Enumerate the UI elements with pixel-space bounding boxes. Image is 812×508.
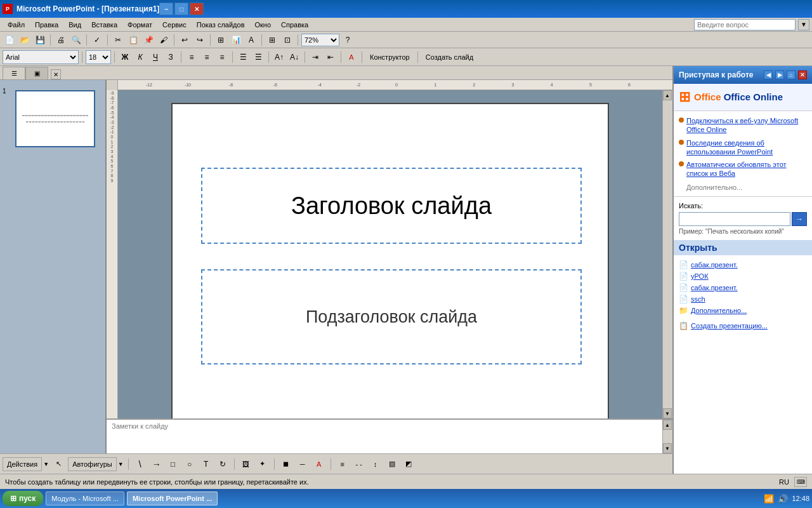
spellcheck-button[interactable]: ✓	[90, 33, 104, 47]
outline-tab[interactable]: ▣	[25, 67, 48, 79]
menu-window[interactable]: Окно	[250, 20, 277, 30]
font-color-button-btm[interactable]: A	[312, 457, 326, 471]
file-link-1[interactable]: сабак.презент.	[691, 261, 738, 269]
line-tool[interactable]: \	[133, 457, 147, 471]
ellipse-tool[interactable]: ○	[183, 457, 197, 471]
save-button[interactable]: 💾	[33, 33, 47, 47]
insert-image-button[interactable]: 🖼	[239, 457, 253, 471]
additional-open-link[interactable]: Дополнительно...	[691, 307, 747, 314]
slides-tab[interactable]: ☰	[3, 67, 25, 79]
align-center-button[interactable]: ≡	[200, 50, 214, 64]
fill-color-button[interactable]: ◼	[279, 457, 293, 471]
shadow-button[interactable]: ▧	[385, 457, 399, 471]
menu-view[interactable]: Вид	[63, 20, 86, 30]
menu-insert[interactable]: Вставка	[86, 20, 122, 30]
close-button[interactable]: ✕	[190, 3, 204, 15]
rotate-tool[interactable]: ↻	[216, 457, 230, 471]
slide-view[interactable]: Заголовок слайда Подзаголовок слайда	[118, 90, 662, 418]
notes-input[interactable]	[107, 420, 662, 453]
panel-forward-button[interactable]: ▶	[775, 70, 784, 79]
minimize-button[interactable]: –	[159, 3, 173, 15]
italic-button[interactable]: К	[133, 50, 147, 64]
format-painter[interactable]: 🖌	[157, 33, 171, 47]
redo-button[interactable]: ↪	[193, 33, 207, 47]
help-button[interactable]: ?	[341, 33, 355, 47]
select-button[interactable]: ↖	[51, 457, 65, 471]
actions-button[interactable]: Действия	[3, 457, 42, 471]
file-link-3[interactable]: сабак.презент.	[691, 284, 738, 291]
notes-scroll-down[interactable]: ▼	[663, 443, 672, 453]
menu-format[interactable]: Формат	[122, 20, 157, 30]
dash-style-button[interactable]: - -	[352, 457, 366, 471]
vertical-scrollbar[interactable]: ▲ ▼	[662, 90, 672, 418]
create-presentation-link[interactable]: Создать презентацию...	[691, 322, 768, 330]
file-link-4[interactable]: ssch	[691, 295, 705, 303]
insert-wordart-button[interactable]: A	[244, 33, 258, 47]
line-color-button[interactable]: ─	[296, 457, 310, 471]
slide-title-box[interactable]: Заголовок слайда	[201, 168, 582, 244]
taskbar-item-1[interactable]: Модуль - Microsoft ...	[46, 491, 124, 505]
panel-search-input[interactable]	[679, 212, 790, 226]
help-search-input[interactable]	[694, 19, 796, 30]
expand-button[interactable]: ⊞	[265, 33, 279, 47]
panel-close-button[interactable]: ✕	[798, 70, 807, 79]
open-button[interactable]: 📂	[18, 33, 32, 47]
paste-button[interactable]: 📌	[141, 33, 155, 47]
panel-additional-link[interactable]: Дополнительно...	[679, 184, 807, 191]
help-search-arrow[interactable]: ▼	[798, 19, 809, 30]
autoshapes-button[interactable]: Автофигуры	[68, 457, 117, 471]
link-office-online[interactable]: Подключиться к веб-узлу Microsoft Office…	[686, 116, 807, 135]
grid-button[interactable]: ⊡	[280, 33, 294, 47]
panel-back-button[interactable]: ◀	[764, 70, 773, 79]
notes-scrollbar[interactable]: ▲ ▼	[662, 420, 672, 453]
constructor-button[interactable]: Конструктор	[365, 50, 414, 64]
file-link-2[interactable]: уРОК	[691, 272, 709, 280]
insert-table-button[interactable]: ⊞	[214, 33, 228, 47]
link-powerpoint-news[interactable]: Последние сведения об использовании Powe…	[686, 138, 807, 157]
textbox-tool[interactable]: T	[199, 457, 213, 471]
font-select[interactable]: Arial	[3, 50, 79, 64]
autoshapes-arrow[interactable]: ▼	[118, 461, 124, 467]
undo-button[interactable]: ↩	[178, 33, 192, 47]
scroll-up-button[interactable]: ▲	[663, 90, 672, 100]
notes-scroll-up[interactable]: ▲	[663, 420, 672, 430]
menu-help[interactable]: Справка	[276, 20, 313, 30]
increase-font-button[interactable]: A↑	[272, 50, 286, 64]
bold-button[interactable]: Ж	[118, 50, 132, 64]
align-left-button[interactable]: ≡	[185, 50, 199, 64]
align-right-button[interactable]: ≡	[215, 50, 229, 64]
bullets-button[interactable]: ☰	[236, 50, 250, 64]
copy-button[interactable]: 📋	[126, 33, 140, 47]
actions-arrow[interactable]: ▼	[43, 461, 49, 467]
search-go-button[interactable]: →	[792, 212, 807, 226]
insert-clipart-button[interactable]: ✦	[256, 457, 270, 471]
menu-file[interactable]: Файл	[3, 20, 30, 30]
start-button[interactable]: ⊞ пуск	[3, 491, 43, 506]
create-slide-button[interactable]: Создать слайд	[421, 50, 478, 64]
indent-decrease[interactable]: ⇤	[324, 50, 337, 64]
arrange-button[interactable]: ↕	[369, 457, 383, 471]
menu-slideshow[interactable]: Показ слайдов	[192, 20, 250, 30]
underline-button[interactable]: Ч	[148, 50, 162, 64]
slide-subtitle-box[interactable]: Подзаголовок слайда	[201, 269, 582, 364]
size-select[interactable]: 18	[86, 50, 111, 64]
print-preview-button[interactable]: 🔍	[69, 33, 83, 47]
link-auto-update[interactable]: Автоматически обновлять этот список из В…	[686, 160, 807, 178]
panel-home-button[interactable]: ⌂	[787, 70, 796, 79]
line-style-button[interactable]: ≡	[336, 457, 350, 471]
slide-thumbnail-1[interactable]	[15, 90, 95, 147]
rect-tool[interactable]: □	[166, 457, 180, 471]
print-button[interactable]: 🖨	[54, 33, 68, 47]
close-panel-button[interactable]: ✕	[51, 69, 61, 79]
menu-service[interactable]: Сервис	[157, 20, 192, 30]
strikethrough-button[interactable]: З	[164, 50, 178, 64]
numbering-button[interactable]: ☰	[251, 50, 265, 64]
indent-increase[interactable]: ⇥	[308, 50, 322, 64]
3d-button[interactable]: ◩	[402, 457, 416, 471]
insert-chart-button[interactable]: 📊	[229, 33, 243, 47]
new-button[interactable]: 📄	[3, 33, 16, 47]
zoom-select[interactable]: 72%	[301, 34, 339, 46]
font-color-button[interactable]: A	[344, 50, 358, 64]
arrow-tool[interactable]: →	[150, 457, 164, 471]
menu-edit[interactable]: Правка	[30, 20, 63, 30]
